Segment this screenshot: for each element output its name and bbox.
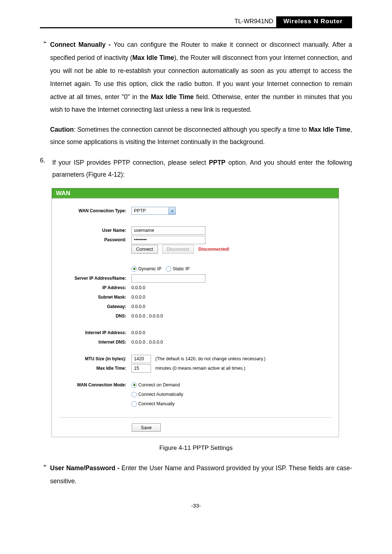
row-username: User Name: username: [59, 226, 331, 235]
row-ip: IP Address: 0.0.0.0: [59, 283, 331, 292]
row-ip-mode: Dynamic IP Static IP: [59, 264, 331, 274]
idle-hint: minutes (0 means remain active at all ti…: [155, 366, 245, 371]
connect-button[interactable]: Connect: [131, 245, 158, 254]
radio-icon: [131, 392, 137, 397]
caution-block: Caution: Sometimes the connection cannot…: [50, 124, 352, 148]
row-subnet: Subnet Mask: 0.0.0.0: [59, 292, 331, 302]
bullet-text: Connect Manually - You can configure the…: [50, 38, 352, 116]
page-number: -33-: [40, 502, 352, 509]
gateway-value: 0.0.0.0: [131, 304, 145, 309]
server-input[interactable]: [131, 274, 205, 283]
row-inet-dns: Internet DNS: 0.0.0.0 , 0.0.0.0: [59, 337, 331, 347]
page: TL-WR941ND Wireless N Router ➢ Connect M…: [0, 0, 392, 523]
step-text: If your ISP provides PPTP connection, pl…: [52, 157, 352, 181]
row-connect-controls: Connect Disconnect Disconnected!: [59, 245, 331, 254]
row-idle: Max Idle Time: 15 minutes (0 means remai…: [59, 364, 331, 373]
connection-status: Disconnected!: [198, 247, 229, 252]
bullet-connect-manually: ➢ Connect Manually - You can configure t…: [40, 38, 352, 116]
row-mtu: MTU Size (in bytes): 1420 (The default i…: [59, 354, 331, 364]
chevron-down-icon: ▾: [168, 207, 175, 214]
bullet-username-password: ➢ User Name/Password - Enter the User Na…: [40, 462, 352, 488]
bullet-icon: ➢: [40, 462, 50, 488]
row-mode-auto: Connect Automatically: [59, 390, 331, 399]
radio-icon: [131, 266, 137, 272]
radio-icon: [131, 401, 137, 407]
bullet-icon: ➢: [40, 38, 50, 116]
figure-caption: Figure 4-11 PPTP Settings: [40, 444, 352, 452]
radio-connect-on-demand[interactable]: Connect on Demand: [131, 382, 180, 388]
panel-title: WAN: [52, 188, 339, 199]
idle-input[interactable]: 15: [131, 364, 151, 373]
step-number: 6.: [40, 157, 52, 181]
row-connection-type: WAN Connection Type: PPTP ▾: [59, 206, 331, 216]
row-server: Server IP Address/Name:: [59, 274, 331, 283]
username-input[interactable]: username: [131, 226, 205, 235]
row-mode-demand: WAN Connection Mode: Connect on Demand: [59, 380, 331, 390]
radio-dynamic-ip[interactable]: Dynamic IP: [131, 266, 162, 272]
radio-connect-manually[interactable]: Connect Manually: [131, 401, 175, 407]
step-6: 6. If your ISP provides PPTP connection,…: [40, 157, 352, 181]
radio-static-ip[interactable]: Static IP: [166, 266, 190, 272]
bullet-lead: Connect Manually -: [50, 41, 114, 48]
radio-icon: [166, 266, 171, 272]
mtu-input[interactable]: 1420: [131, 355, 151, 363]
radio-icon: [131, 382, 137, 388]
mtu-hint: (The default is 1420, do not change unle…: [155, 356, 265, 361]
model-label: TL-WR941ND: [234, 16, 276, 27]
dns-value: 0.0.0.0 , 0.0.0.0: [131, 313, 163, 319]
radio-connect-automatically[interactable]: Connect Automatically: [131, 392, 183, 397]
row-inet-ip: Internet IP Address: 0.0.0.0: [59, 328, 331, 337]
bullet-text: User Name/Password - Enter the User Name…: [50, 462, 352, 488]
internet-dns-value: 0.0.0.0 , 0.0.0.0: [131, 340, 163, 345]
ip-value: 0.0.0.0: [131, 285, 145, 290]
wan-settings-figure: WAN WAN Connection Type: PPTP ▾ User Nam…: [52, 188, 339, 437]
row-gateway: Gateway: 0.0.0.0: [59, 302, 331, 311]
product-label: Wireless N Router: [276, 16, 352, 27]
save-bar: Save: [59, 417, 331, 432]
subnet-value: 0.0.0.0: [131, 295, 145, 300]
row-password: Password: ••••••••: [59, 235, 331, 245]
password-input[interactable]: ••••••••: [131, 236, 205, 244]
row-mode-manual: Connect Manually: [59, 399, 331, 409]
save-button[interactable]: Save: [132, 423, 161, 432]
doc-header: TL-WR941ND Wireless N Router: [40, 16, 352, 28]
disconnect-button[interactable]: Disconnect: [162, 245, 194, 254]
row-dns: DNS: 0.0.0.0 , 0.0.0.0: [59, 311, 331, 321]
panel-body: WAN Connection Type: PPTP ▾ User Name: u…: [52, 199, 339, 437]
wan-connection-type-select[interactable]: PPTP ▾: [131, 207, 176, 215]
internet-ip-value: 0.0.0.0: [131, 330, 145, 335]
